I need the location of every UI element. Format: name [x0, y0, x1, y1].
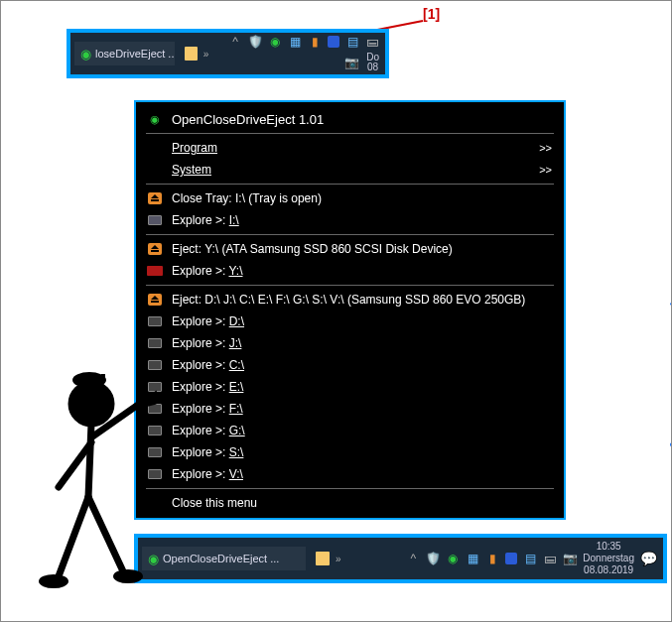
tray-icon-1[interactable]: ▦ [288, 35, 302, 49]
app-icon: ◉ [146, 111, 164, 127]
menu-item-explore-y[interactable]: Explore >: Y:\ [136, 260, 564, 282]
menu-title-row: ◉ OpenCloseDriveEject 1.01 [136, 108, 564, 130]
menu-label: Explore >: Y:\ [172, 264, 243, 278]
blank-icon [146, 495, 164, 511]
menu-label: Explore >: D:\ [172, 314, 244, 328]
separator [146, 234, 554, 235]
menu-item-close-tray[interactable]: Close Tray: I:\ (Tray is open) [136, 187, 564, 209]
tray-icon-6[interactable]: 📷 [563, 552, 577, 565]
tray-icon-2[interactable]: ▮ [308, 35, 322, 49]
menu-item-explore-drive[interactable]: Explore >: G:\ [136, 420, 564, 441]
tray-icon-4[interactable]: ▤ [523, 552, 537, 565]
system-tray: ^ 🛡️ ◉ ▦ ▮ ▤ 🖴 📷 Do 08 [208, 35, 381, 72]
menu-label: Explore >: F:\ [172, 402, 243, 416]
tray-icon-5[interactable]: 🖴 [365, 35, 379, 49]
clock-day: Donnerstag [583, 553, 634, 564]
menu-label: Explore >: V:\ [172, 467, 243, 481]
menu-item-explore-drive[interactable]: Explore >: E:\ [136, 376, 564, 398]
taskbar-app-button[interactable]: ◉ loseDriveEject ... [74, 42, 175, 65]
clock-time: 10:35 [583, 541, 634, 553]
svg-line-4 [88, 424, 91, 497]
menu-label: Explore >: G:\ [172, 424, 245, 437]
folder-icon[interactable] [316, 552, 330, 565]
tray-icon-6[interactable]: 📷 [344, 56, 358, 69]
svg-line-8 [88, 497, 123, 571]
menu-item-explore-drive[interactable]: Explore >: J:\ [136, 332, 564, 354]
app-tray-icon[interactable]: ◉ [268, 35, 282, 49]
drive-icon [146, 423, 164, 438]
submenu-arrow-icon: >> [539, 142, 552, 154]
tray-icon-4[interactable]: ▤ [345, 35, 359, 49]
eject-icon [146, 190, 164, 206]
separator [146, 133, 554, 134]
menu-label: Close this menu [172, 496, 257, 510]
drive-icon [146, 444, 164, 460]
taskbar-app-button-2[interactable]: ◉ OpenCloseDriveEject ... [142, 547, 306, 570]
tray-chevron-up-icon[interactable]: ^ [406, 552, 420, 565]
security-icon[interactable]: 🛡️ [248, 35, 262, 49]
menu-label: Explore >: C:\ [172, 358, 244, 372]
tray-icon-2[interactable]: ▮ [485, 552, 499, 565]
chevron-right-icon[interactable]: » [336, 554, 341, 564]
blank-icon [146, 140, 164, 156]
svg-point-1 [71, 384, 111, 424]
menu-item-eject-multi[interactable]: Eject: D:\ J:\ C:\ E:\ F:\ G:\ S:\ V:\ (… [136, 289, 564, 311]
drive-icon [146, 401, 164, 417]
annotation-label: [1] [423, 6, 440, 22]
blank-icon [146, 162, 164, 178]
svg-line-6 [59, 442, 91, 487]
menu-label: System [172, 163, 211, 177]
app-icon: ◉ [148, 552, 159, 566]
menu-item-eject-y[interactable]: Eject: Y:\ (ATA Samsung SSD 860 SCSI Dis… [136, 238, 564, 260]
svg-point-2 [73, 373, 105, 387]
menu-label: Eject: D:\ J:\ C:\ E:\ F:\ G:\ S:\ V:\ (… [172, 293, 525, 307]
svg-line-7 [59, 497, 88, 576]
menu-label: Close Tray: I:\ (Tray is open) [172, 191, 322, 205]
menu-item-explore-i[interactable]: Explore >: I:\ [136, 209, 564, 231]
drive-icon [146, 212, 164, 228]
separator [146, 184, 554, 185]
clock-block[interactable]: 10:35 Donnerstag 08.08.2019 [579, 541, 638, 576]
drive-icon [146, 466, 164, 482]
menu-label: Explore >: S:\ [172, 445, 243, 459]
taskbar-top: ◉ loseDriveEject ... » ^ 🛡️ ◉ ▦ ▮ ▤ 🖴 📷 … [67, 29, 389, 78]
system-tray-2: ^ 🛡️ ◉ ▦ ▮ ▤ 🖴 📷 [370, 552, 579, 565]
tray-icon-5[interactable]: 🖴 [543, 552, 557, 565]
taskbar-bottom: ◉ OpenCloseDriveEject ... » ^ 🛡️ ◉ ▦ ▮ ▤… [134, 534, 667, 583]
separator [146, 488, 554, 489]
menu-item-explore-drive[interactable]: Explore >: S:\ [136, 441, 564, 463]
tray-icon-3[interactable] [505, 553, 517, 564]
menu-item-program[interactable]: Program >> [136, 137, 564, 159]
context-menu: ◉ OpenCloseDriveEject 1.01 Program >> Sy… [134, 100, 566, 520]
tray-icon-3[interactable] [328, 36, 339, 48]
menu-item-close-menu[interactable]: Close this menu [136, 492, 564, 514]
tray-icon-1[interactable]: ▦ [466, 552, 479, 565]
app-label: loseDriveEject ... [95, 48, 175, 60]
menu-label: Program [172, 141, 217, 155]
app-tray-icon[interactable]: ◉ [446, 552, 460, 565]
menu-item-explore-drive[interactable]: Explore >: D:\ [136, 311, 564, 332]
app-icon: ◉ [80, 47, 91, 62]
menu-item-explore-drive[interactable]: Explore >: C:\ [136, 354, 564, 376]
eject-icon [146, 241, 164, 257]
folder-icon[interactable] [185, 47, 198, 61]
menu-label: Explore >: I:\ [172, 213, 239, 227]
menu-item-system[interactable]: System >> [136, 159, 564, 181]
drive-icon [146, 357, 164, 373]
svg-point-9 [40, 575, 67, 587]
notifications-icon[interactable]: 💬 [638, 551, 659, 566]
tray-chevron-up-icon[interactable]: ^ [228, 35, 242, 49]
menu-label: Explore >: J:\ [172, 336, 241, 350]
app-label: OpenCloseDriveEject ... [163, 553, 279, 564]
menu-label: Eject: Y:\ (ATA Samsung SSD 860 SCSI Dis… [172, 242, 453, 256]
clock[interactable]: Do 08 [364, 53, 379, 72]
menu-item-explore-drive[interactable]: Explore >: F:\ [136, 398, 564, 420]
eject-icon [146, 292, 164, 308]
menu-label: Explore >: E:\ [172, 380, 243, 394]
security-icon[interactable]: 🛡️ [426, 552, 440, 565]
submenu-arrow-icon: >> [539, 164, 552, 176]
watermark-text: www.SoftwareOK.com :-) [667, 299, 672, 520]
drive-icon [146, 379, 164, 395]
svg-rect-3 [101, 374, 105, 383]
menu-item-explore-drive[interactable]: Explore >: V:\ [136, 463, 564, 485]
